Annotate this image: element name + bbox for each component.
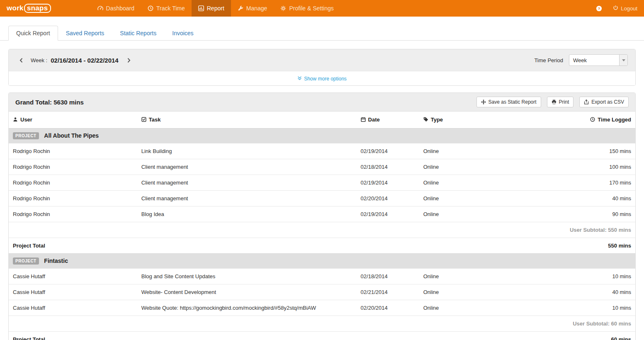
app-logo[interactable]: worksnaps xyxy=(7,4,51,13)
time-period-label: Time Period xyxy=(534,57,563,63)
cell-date: 02/20/2014 xyxy=(357,300,419,316)
cell-time: 100 mins xyxy=(507,159,635,175)
cell-task: Blog Idea xyxy=(137,206,357,222)
button-label: Save as Static Report xyxy=(488,99,537,105)
nav-manage[interactable]: Manage xyxy=(231,0,274,17)
previous-week-button[interactable] xyxy=(16,56,27,65)
report-tabs: Quick Report Saved Reports Static Report… xyxy=(0,17,644,41)
main-nav: Dashboard Track Time Report Manage Profi… xyxy=(91,0,340,17)
cell-date: 02/19/2014 xyxy=(357,143,419,159)
nav-label: Dashboard xyxy=(106,5,135,12)
cell-type: Online xyxy=(419,269,507,284)
save-static-report-button[interactable]: Save as Static Report xyxy=(476,97,541,107)
select-caret-box xyxy=(619,55,627,66)
power-icon xyxy=(613,5,618,12)
report-actions: Save as Static Report Print Export as CS… xyxy=(476,97,629,107)
nav-label: Profile & Settings xyxy=(289,5,333,12)
export-csv-button[interactable]: Export as CSV xyxy=(579,97,629,107)
cell-time: 10 mins xyxy=(507,300,635,316)
print-button[interactable]: Print xyxy=(547,97,574,107)
time-period-select[interactable]: Week xyxy=(569,54,628,66)
show-more-options-link[interactable]: Show more options xyxy=(297,76,347,82)
nav-label: Manage xyxy=(246,5,267,12)
project-header-row: PROJECT All About The Pipes xyxy=(9,129,635,143)
week-selector-panel: Week : 02/16/2014 - 02/22/2014 Time Peri… xyxy=(8,49,636,86)
week-label: Week : xyxy=(31,57,47,63)
user-subtotal-row: User Subtotal: 550 mins xyxy=(9,222,635,238)
button-label: Export as CSV xyxy=(591,99,624,105)
col-type: Type xyxy=(419,112,507,129)
clock-icon xyxy=(148,5,153,11)
export-icon xyxy=(584,100,589,104)
top-navigation-bar: worksnaps Dashboard Track Time Report Ma… xyxy=(0,0,644,17)
tab-invoices[interactable]: Invoices xyxy=(164,26,201,41)
help-icon[interactable]: ? xyxy=(596,5,602,12)
cell-time: 40 mins xyxy=(507,191,635,206)
cell-date: 02/19/2014 xyxy=(357,206,419,222)
main-content: Week : 02/16/2014 - 02/22/2014 Time Peri… xyxy=(0,41,644,340)
tab-static-reports[interactable]: Static Reports xyxy=(112,26,164,41)
cell-user: Cassie Hutaff xyxy=(9,269,137,284)
cell-type: Online xyxy=(419,206,507,222)
project-total-label: Project Total xyxy=(9,238,507,254)
button-label: Print xyxy=(559,99,569,105)
project-badge: PROJECT xyxy=(13,132,39,139)
cell-user: Cassie Hutaff xyxy=(9,300,137,316)
cell-date: 02/18/2014 xyxy=(357,159,419,175)
user-subtotal-row: User Subtotal: 60 mins xyxy=(9,316,635,332)
nav-profile-settings[interactable]: Profile & Settings xyxy=(274,0,340,17)
cell-type: Online xyxy=(419,143,507,159)
cell-user: Rodrigo Rochin xyxy=(9,191,137,206)
project-total-row: Project Total 550 mins xyxy=(9,238,635,254)
table-row: Cassie Hutaff Website Quote: https://gom… xyxy=(9,300,635,316)
col-user: User xyxy=(9,112,137,129)
calendar-icon xyxy=(361,117,366,123)
tag-icon xyxy=(423,117,428,123)
cell-type: Online xyxy=(419,284,507,300)
logo-text-work: work xyxy=(7,4,24,12)
cell-task: Client management xyxy=(137,175,357,191)
logout-button[interactable]: Logout xyxy=(613,5,637,12)
cell-type: Online xyxy=(419,175,507,191)
topbar-right: ? Logout xyxy=(596,5,637,12)
cell-user: Rodrigo Rochin xyxy=(9,175,137,191)
nav-label: Report xyxy=(207,5,224,12)
nav-dashboard[interactable]: Dashboard xyxy=(91,0,141,17)
next-week-button[interactable] xyxy=(124,56,134,65)
project-badge: PROJECT xyxy=(13,257,39,265)
project-total-label: Project Total xyxy=(9,332,507,340)
logo-text-snaps: snaps xyxy=(24,4,51,13)
cell-date: 02/20/2014 xyxy=(357,191,419,206)
time-period-value: Week xyxy=(573,57,587,63)
cell-user: Cassie Hutaff xyxy=(9,284,137,300)
show-more-label: Show more options xyxy=(304,76,347,82)
cell-time: 90 mins xyxy=(507,206,635,222)
cell-time: 40 mins xyxy=(507,284,635,300)
report-panel: Grand Total: 5630 mins Save as Static Re… xyxy=(8,92,636,340)
table-row: Cassie Hutaff Website- Content Developme… xyxy=(9,284,635,300)
report-header: Grand Total: 5630 mins Save as Static Re… xyxy=(9,93,635,112)
nav-track-time[interactable]: Track Time xyxy=(141,0,192,17)
week-date-range: 02/16/2014 - 02/22/2014 xyxy=(51,57,118,64)
user-subtotal: User Subtotal: 550 mins xyxy=(9,222,635,238)
cell-type: Online xyxy=(419,300,507,316)
clock-icon xyxy=(590,117,595,123)
cell-task: Link Building xyxy=(137,143,357,159)
nav-report[interactable]: Report xyxy=(192,0,231,17)
tab-quick-report[interactable]: Quick Report xyxy=(8,26,58,41)
project-name: Fintastic xyxy=(44,257,68,264)
project-header-row: PROJECT Fintastic xyxy=(9,254,635,269)
task-check-icon xyxy=(141,117,146,123)
cell-user: Rodrigo Rochin xyxy=(9,143,137,159)
show-more-row: Show more options xyxy=(9,71,635,85)
tab-saved-reports[interactable]: Saved Reports xyxy=(58,26,112,41)
col-task: Task xyxy=(137,112,357,129)
week-selector-row: Week : 02/16/2014 - 02/22/2014 Time Peri… xyxy=(9,49,635,71)
cell-task: Website Quote: https://gomockingbird.com… xyxy=(137,300,357,316)
dashboard-icon xyxy=(97,5,103,11)
cell-user: Rodrigo Rochin xyxy=(9,206,137,222)
double-chevron-down-icon xyxy=(297,76,302,82)
move-arrows-icon xyxy=(481,100,486,104)
project-total-value: 60 mins xyxy=(507,332,635,340)
table-row: Rodrigo Rochin Link Building 02/19/2014 … xyxy=(9,143,635,159)
